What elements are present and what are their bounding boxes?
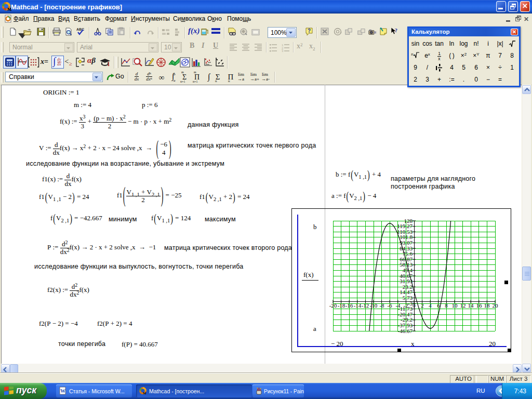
svg-text:a: a <box>313 325 316 332</box>
svg-text:3: 3 <box>282 49 284 52</box>
svg-text:-6: -6 <box>387 302 392 309</box>
svg-text:M: M <box>143 391 147 395</box>
svg-text:4: 4 <box>429 302 432 309</box>
svg-text:f(x): f(x) <box>303 271 314 278</box>
svg-text:-12: -12 <box>362 302 369 309</box>
svg-text:?: ? <box>308 28 311 34</box>
svg-text:-4: -4 <box>395 302 401 309</box>
svg-text:− 20: − 20 <box>331 340 343 348</box>
svg-text:-46.67: -46.67 <box>398 328 413 334</box>
svg-text:-16: -16 <box>345 302 353 309</box>
svg-text:-8: -8 <box>379 302 384 309</box>
svg-text:20: 20 <box>493 302 499 309</box>
svg-text:14: 14 <box>468 302 474 309</box>
svg-text:2: 2 <box>421 302 424 309</box>
svg-text:b: b <box>313 223 317 231</box>
svg-text:16: 16 <box>476 302 483 309</box>
svg-text:-2: -2 <box>403 302 408 309</box>
svg-text:?: ? <box>395 28 397 33</box>
svg-text:x: x <box>411 340 415 348</box>
svg-text:-20: -20 <box>329 302 337 309</box>
svg-text:-14: -14 <box>354 302 362 309</box>
svg-text:20: 20 <box>489 340 496 348</box>
svg-text:-18: -18 <box>338 302 345 309</box>
svg-text:18: 18 <box>484 302 490 309</box>
svg-text:10: 10 <box>452 302 458 309</box>
svg-text:ABC: ABC <box>76 28 84 31</box>
svg-text:8: 8 <box>445 302 448 309</box>
svg-text:12: 12 <box>460 302 466 309</box>
svg-text:W: W <box>60 388 65 394</box>
svg-text:-10: -10 <box>370 302 378 309</box>
svg-text:0: 0 <box>413 302 416 309</box>
